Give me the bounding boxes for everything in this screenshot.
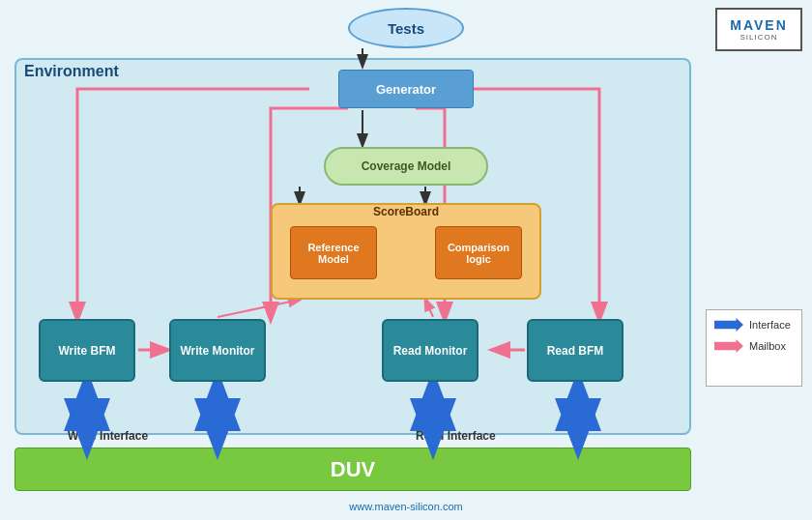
legend-pink-arrow bbox=[714, 339, 743, 353]
legend-box: Interface Mailbox bbox=[706, 309, 802, 387]
logo-sub: SILICON bbox=[740, 33, 777, 42]
comparison-logic-box: Comparison logic bbox=[435, 226, 522, 279]
logo: MAVEN SILICON bbox=[715, 8, 802, 51]
duv-box: DUV bbox=[14, 448, 691, 491]
generator-box: Generator bbox=[338, 70, 474, 108]
reference-model-box: Reference Model bbox=[290, 226, 377, 279]
legend-mailbox-label: Mailbox bbox=[749, 340, 786, 352]
legend-interface-label: Interface bbox=[749, 319, 791, 331]
read-bfm-box: Read BFM bbox=[527, 319, 624, 382]
write-bfm-box: Write BFM bbox=[39, 319, 135, 382]
legend-mailbox-item: Mailbox bbox=[714, 339, 794, 353]
website-label: www.maven-silicon.com bbox=[349, 501, 462, 512]
write-monitor-box: Write Monitor bbox=[169, 319, 266, 382]
tests-oval: Tests bbox=[348, 8, 464, 48]
environment-label: Environment bbox=[24, 63, 119, 80]
legend-blue-arrow bbox=[714, 318, 743, 332]
read-monitor-box: Read Monitor bbox=[382, 319, 478, 382]
scoreboard-label: ScoreBoard bbox=[373, 205, 439, 218]
write-interface-label: Write Interface bbox=[68, 429, 148, 443]
logo-text: MAVEN bbox=[730, 17, 788, 33]
read-interface-label: Read Interface bbox=[416, 429, 496, 443]
legend-interface-item: Interface bbox=[714, 318, 794, 332]
coverage-model-box: Coverage Model bbox=[324, 147, 488, 186]
main-container: MAVEN SILICON Tests Environment Generato… bbox=[0, 0, 812, 520]
